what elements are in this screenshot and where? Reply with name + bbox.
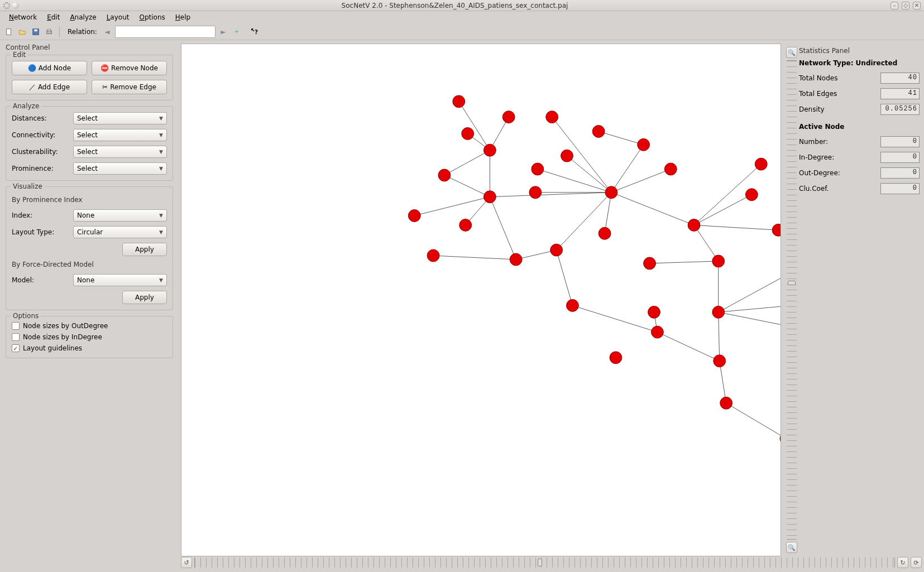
- menu-network[interactable]: Network: [4, 12, 41, 22]
- whats-this-icon[interactable]: ?: [249, 26, 260, 37]
- network-node[interactable]: [599, 227, 611, 239]
- network-node[interactable]: [462, 128, 474, 140]
- layout-type-select[interactable]: Circular▼: [73, 226, 167, 238]
- menu-help[interactable]: Help: [171, 12, 195, 22]
- save-file-icon[interactable]: [30, 26, 41, 37]
- network-node[interactable]: [502, 111, 515, 123]
- network-edge[interactable]: [719, 305, 781, 312]
- maximize-button[interactable]: ◇: [902, 2, 909, 9]
- network-node[interactable]: [688, 219, 700, 231]
- network-edge[interactable]: [490, 197, 516, 259]
- network-edge[interactable]: [611, 169, 671, 193]
- network-node[interactable]: [510, 253, 522, 266]
- network-node[interactable]: [745, 189, 758, 201]
- network-node[interactable]: [592, 126, 605, 138]
- network-edge[interactable]: [433, 256, 516, 259]
- menu-options[interactable]: Options: [135, 12, 169, 22]
- network-node[interactable]: [714, 355, 726, 367]
- remove-edge-button[interactable]: ✂Remove Edge: [92, 80, 167, 94]
- network-edge[interactable]: [719, 272, 781, 313]
- network-node[interactable]: [712, 306, 725, 318]
- prominence-select[interactable]: Select▼: [73, 162, 167, 175]
- indegree-checkbox[interactable]: [12, 333, 20, 341]
- rotate-right-button[interactable]: ↻: [897, 557, 908, 568]
- network-node[interactable]: [720, 397, 733, 409]
- vertical-zoom-slider[interactable]: [787, 60, 797, 540]
- network-edge[interactable]: [444, 175, 490, 197]
- guidelines-checkbox[interactable]: ✓: [12, 344, 20, 352]
- network-node[interactable]: [561, 150, 573, 162]
- rotate-left-button[interactable]: ↺: [181, 557, 192, 568]
- network-node[interactable]: [550, 244, 563, 256]
- relation-next-icon[interactable]: ►: [218, 26, 229, 37]
- network-edge[interactable]: [650, 261, 719, 263]
- network-edge[interactable]: [719, 312, 781, 328]
- network-node[interactable]: [408, 210, 420, 222]
- network-node[interactable]: [453, 95, 465, 108]
- relation-combo[interactable]: [115, 26, 216, 38]
- network-node[interactable]: [483, 191, 496, 203]
- add-node-button[interactable]: 🔵Add Node: [12, 61, 87, 75]
- network-node[interactable]: [772, 224, 781, 236]
- new-file-icon[interactable]: [3, 26, 15, 37]
- menu-analyze[interactable]: Analyze: [65, 12, 100, 22]
- network-node[interactable]: [712, 255, 725, 267]
- horizontal-rotation-slider[interactable]: [194, 557, 895, 568]
- network-edge[interactable]: [611, 145, 644, 192]
- add-edge-button[interactable]: ／Add Edge: [12, 80, 87, 94]
- network-node[interactable]: [483, 144, 496, 156]
- network-node[interactable]: [664, 163, 677, 175]
- network-edge[interactable]: [720, 361, 726, 403]
- relation-add-icon[interactable]: ＋: [231, 26, 242, 37]
- network-edge[interactable]: [694, 225, 719, 261]
- network-node[interactable]: [459, 219, 472, 231]
- print-icon[interactable]: [44, 26, 55, 37]
- menu-edit[interactable]: Edit: [42, 12, 64, 22]
- network-node[interactable]: [605, 186, 617, 199]
- zoom-out-button[interactable]: 🔍: [786, 542, 797, 553]
- network-edge[interactable]: [719, 312, 720, 360]
- network-edge[interactable]: [557, 250, 573, 305]
- network-edge[interactable]: [557, 193, 611, 250]
- minimize-button[interactable]: –: [891, 2, 898, 9]
- network-edge[interactable]: [538, 169, 611, 193]
- network-node[interactable]: [610, 352, 622, 364]
- network-edge[interactable]: [599, 131, 643, 145]
- network-edge[interactable]: [726, 403, 781, 439]
- network-node[interactable]: [427, 249, 439, 262]
- network-node[interactable]: [532, 163, 544, 175]
- clusterability-select[interactable]: Select▼: [73, 146, 167, 158]
- network-node[interactable]: [529, 186, 542, 199]
- open-file-icon[interactable]: [17, 26, 28, 37]
- remove-node-button[interactable]: ⛔Remove Node: [92, 61, 167, 75]
- menu-layout[interactable]: Layout: [102, 12, 134, 22]
- connectivity-select[interactable]: Select▼: [73, 129, 167, 141]
- index-select[interactable]: None▼: [73, 209, 167, 222]
- network-edge[interactable]: [611, 193, 694, 225]
- network-edge[interactable]: [694, 225, 778, 230]
- zoom-in-button[interactable]: 🔍: [786, 47, 797, 58]
- network-edge[interactable]: [657, 332, 719, 361]
- distances-select[interactable]: Select▼: [73, 112, 167, 124]
- reset-view-button[interactable]: ⟳: [911, 557, 922, 568]
- network-edge[interactable]: [414, 197, 490, 216]
- network-node[interactable]: [648, 306, 660, 318]
- relation-prev-icon[interactable]: ◄: [102, 26, 113, 37]
- network-edge[interactable]: [490, 193, 611, 197]
- network-node[interactable]: [638, 138, 650, 151]
- apply-prominence-button[interactable]: Apply: [122, 243, 167, 256]
- network-node[interactable]: [755, 158, 767, 170]
- close-button[interactable]: ✕: [913, 2, 921, 9]
- network-node[interactable]: [644, 257, 656, 270]
- outdegree-checkbox[interactable]: [12, 322, 20, 330]
- network-node[interactable]: [780, 432, 781, 445]
- network-node[interactable]: [567, 300, 579, 312]
- network-edge[interactable]: [444, 150, 490, 175]
- model-select[interactable]: None▼: [73, 274, 167, 286]
- network-node[interactable]: [438, 169, 451, 181]
- network-node[interactable]: [546, 111, 558, 123]
- network-canvas[interactable]: [181, 44, 781, 556]
- network-edge[interactable]: [572, 305, 657, 332]
- network-edge[interactable]: [567, 156, 611, 193]
- network-node[interactable]: [652, 326, 664, 338]
